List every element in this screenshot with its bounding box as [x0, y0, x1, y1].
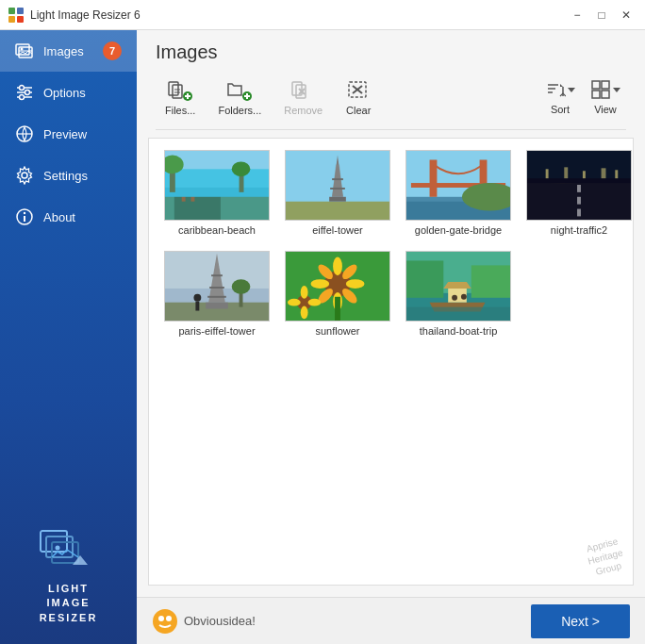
svg-rect-113: [335, 297, 340, 322]
sidebar-item-options[interactable]: Options: [0, 72, 137, 113]
svg-rect-123: [471, 265, 510, 297]
list-item[interactable]: paris-eiffel-tower: [164, 251, 270, 337]
folders-icon: [226, 78, 253, 101]
settings-icon: [15, 166, 34, 185]
title-bar: Light Image Resizer 6 − □ ✕: [0, 0, 645, 30]
image-filename: sunflower: [315, 325, 359, 337]
svg-rect-2: [8, 16, 15, 23]
svg-point-107: [311, 279, 330, 289]
svg-point-116: [288, 299, 301, 306]
svg-rect-47: [592, 81, 600, 89]
image-grid-container[interactable]: caribbean-beach: [148, 138, 634, 586]
svg-point-11: [25, 91, 30, 95]
maximize-button[interactable]: □: [590, 6, 613, 25]
paris-eiffel-tower-img: [165, 251, 269, 322]
caribbean-beach-img: [165, 150, 269, 221]
image-thumbnail[interactable]: [526, 150, 632, 221]
image-filename: caribbean-beach: [178, 224, 256, 236]
svg-rect-83: [583, 171, 586, 178]
sort-label: Sort: [551, 104, 570, 115]
eiffel-tower-img: [286, 150, 389, 221]
view-button[interactable]: View: [585, 74, 626, 121]
brand-label: Obviousidea!: [184, 614, 256, 628]
image-thumbnail[interactable]: [405, 150, 511, 221]
image-thumbnail[interactable]: [285, 150, 390, 221]
image-filename: eiffel-tower: [312, 224, 363, 236]
toolbar-right: Sort: [539, 74, 626, 121]
sidebar-item-images[interactable]: Images 7: [0, 30, 137, 72]
close-button[interactable]: ✕: [615, 6, 637, 25]
next-button[interactable]: Next >: [531, 604, 630, 638]
svg-point-117: [301, 306, 308, 320]
logo-line3: RESIZER: [40, 611, 98, 625]
clear-button[interactable]: Clear: [336, 73, 381, 122]
svg-rect-1: [17, 8, 24, 14]
sort-button[interactable]: Sort: [539, 74, 581, 121]
options-icon: [15, 83, 34, 102]
logo-line2: IMAGE: [40, 596, 98, 610]
image-thumbnail[interactable]: [405, 251, 511, 322]
image-filename: night-traffic2: [551, 224, 607, 236]
list-item[interactable]: caribbean-beach: [164, 150, 270, 236]
svg-point-9: [20, 86, 25, 91]
svg-rect-122: [406, 260, 443, 297]
svg-rect-87: [577, 185, 581, 192]
remove-label: Remove: [284, 105, 322, 116]
view-icon-row: [590, 79, 620, 100]
svg-rect-3: [17, 16, 24, 23]
sidebar: Images 7 Options: [0, 30, 137, 644]
svg-point-64: [232, 161, 251, 176]
svg-rect-81: [546, 169, 549, 178]
image-filename: golden-gate-bridge: [415, 224, 502, 236]
image-grid: caribbean-beach: [164, 150, 618, 337]
svg-rect-68: [329, 197, 346, 202]
list-item[interactable]: thailand-boat-trip: [405, 251, 511, 337]
image-thumbnail[interactable]: [285, 251, 390, 322]
view-icon: [590, 79, 611, 100]
sidebar-item-about[interactable]: About: [0, 196, 137, 238]
logo-text: LIGHT IMAGE RESIZER: [40, 582, 98, 625]
sidebar-item-preview[interactable]: Preview: [0, 113, 137, 155]
svg-rect-99: [195, 302, 199, 311]
preview-icon: [15, 124, 34, 143]
folders-label: Folders...: [218, 105, 261, 116]
svg-point-129: [461, 294, 467, 300]
files-label: Files...: [165, 105, 195, 116]
svg-rect-50: [602, 91, 609, 98]
list-item[interactable]: night-traffic2: [526, 150, 632, 236]
view-label: View: [594, 104, 617, 115]
obvious-logo-icon: [152, 608, 178, 635]
about-icon: [15, 207, 34, 226]
view-dropdown-arrow: [613, 86, 620, 93]
svg-rect-49: [592, 91, 600, 98]
svg-rect-26: [173, 85, 182, 98]
svg-point-98: [193, 294, 201, 302]
toolbar: Files... Folders...: [156, 73, 626, 130]
files-button[interactable]: Files...: [156, 73, 205, 122]
sunflower-img: [286, 251, 389, 322]
svg-rect-25: [169, 82, 178, 95]
svg-rect-85: [615, 170, 618, 178]
sidebar-options-label: Options: [43, 86, 86, 100]
svg-rect-66: [286, 202, 389, 221]
remove-button[interactable]: Remove: [274, 73, 332, 122]
watermark: Apprise Heritage Group: [584, 535, 628, 579]
svg-marker-51: [613, 88, 620, 92]
sort-dropdown-arrow: [568, 86, 575, 93]
image-thumbnail[interactable]: [164, 251, 270, 322]
svg-rect-82: [564, 167, 568, 178]
list-item[interactable]: golden-gate-bridge: [405, 150, 511, 236]
svg-point-105: [333, 257, 342, 276]
clear-icon: [345, 78, 372, 101]
folders-button[interactable]: Folders...: [208, 73, 271, 122]
minimize-button[interactable]: −: [566, 6, 588, 25]
list-item[interactable]: sunflower: [285, 251, 390, 337]
list-item[interactable]: eiffel-tower: [285, 150, 390, 236]
app-icon: [8, 7, 25, 24]
sidebar-item-settings[interactable]: Settings: [0, 155, 137, 196]
sidebar-images-label: Images: [43, 44, 84, 58]
svg-rect-88: [577, 197, 581, 205]
image-thumbnail[interactable]: [164, 150, 270, 221]
svg-point-118: [308, 299, 322, 306]
svg-point-131: [158, 616, 164, 621]
